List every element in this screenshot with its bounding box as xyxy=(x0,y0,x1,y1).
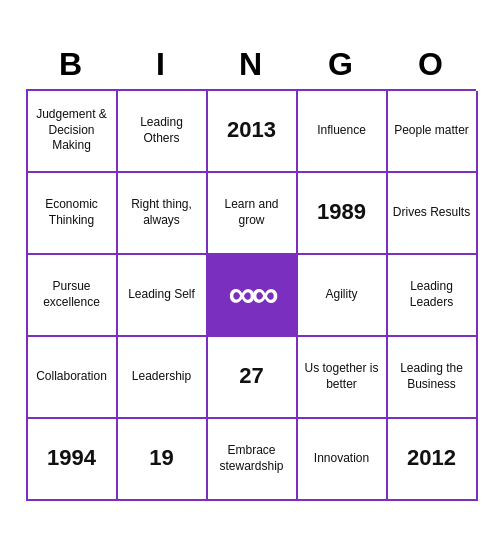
infinity-icon: ∞∞ xyxy=(228,270,274,319)
bingo-cell-10: Pursue excellence xyxy=(28,255,118,337)
bingo-cell-14: Leading Leaders xyxy=(388,255,478,337)
bingo-cell-17: 27 xyxy=(208,337,298,419)
bingo-cell-12: ∞∞ xyxy=(208,255,298,337)
bingo-cell-6: Right thing, always xyxy=(118,173,208,255)
bingo-cell-16: Leadership xyxy=(118,337,208,419)
header-n: N xyxy=(206,44,296,85)
bingo-cell-0: Judgement & Decision Making xyxy=(28,91,118,173)
header-i: I xyxy=(116,44,206,85)
header-b: B xyxy=(26,44,116,85)
bingo-cell-21: 19 xyxy=(118,419,208,501)
bingo-cell-2: 2013 xyxy=(208,91,298,173)
bingo-cell-18: Us together is better xyxy=(298,337,388,419)
bingo-grid: Judgement & Decision MakingLeading Other… xyxy=(26,89,476,501)
bingo-cell-5: Economic Thinking xyxy=(28,173,118,255)
bingo-cell-7: Learn and grow xyxy=(208,173,298,255)
bingo-cell-24: 2012 xyxy=(388,419,478,501)
header-o: O xyxy=(386,44,476,85)
bingo-cell-3: Influence xyxy=(298,91,388,173)
bingo-cell-13: Agility xyxy=(298,255,388,337)
bingo-cell-9: Drives Results xyxy=(388,173,478,255)
bingo-header: B I N G O xyxy=(26,44,476,85)
bingo-cell-11: Leading Self xyxy=(118,255,208,337)
bingo-cell-15: Collaboration xyxy=(28,337,118,419)
bingo-cell-23: Innovation xyxy=(298,419,388,501)
header-g: G xyxy=(296,44,386,85)
bingo-cell-19: Leading the Business xyxy=(388,337,478,419)
bingo-card: B I N G O Judgement & Decision MakingLea… xyxy=(16,34,486,511)
bingo-cell-1: Leading Others xyxy=(118,91,208,173)
bingo-cell-4: People matter xyxy=(388,91,478,173)
bingo-cell-8: 1989 xyxy=(298,173,388,255)
bingo-cell-20: 1994 xyxy=(28,419,118,501)
bingo-cell-22: Embrace stewardship xyxy=(208,419,298,501)
